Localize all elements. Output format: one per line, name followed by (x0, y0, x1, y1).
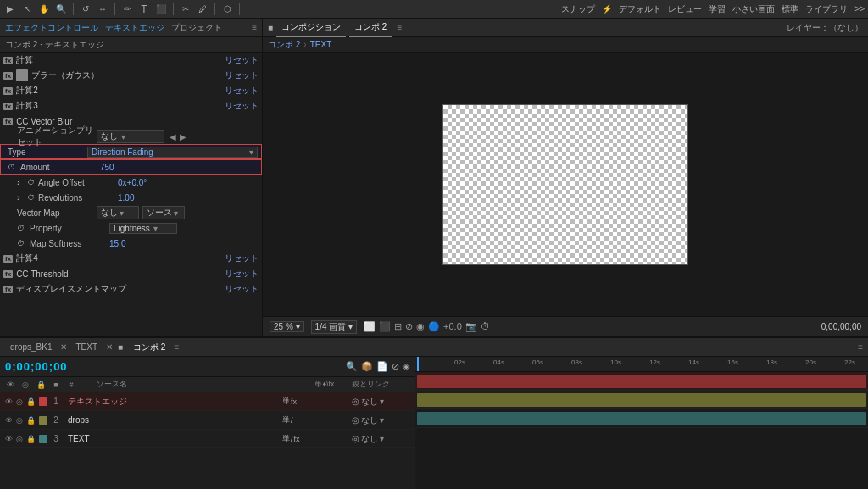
angle-expand[interactable]: › (17, 177, 24, 187)
layer2-eye-icon[interactable]: 👁 (3, 416, 14, 425)
text-tool-icon[interactable]: T (137, 3, 151, 16)
tab-text[interactable]: TEXT (70, 338, 103, 357)
puppet-tool-icon[interactable]: ⬡ (220, 3, 234, 16)
playhead-indicator[interactable] (417, 357, 419, 371)
breadcrumb-compo2[interactable]: コンポ 2 (268, 39, 300, 51)
property-stopwatch-icon[interactable]: ⏱ (17, 224, 25, 232)
tl-motion-icon[interactable]: ◈ (403, 361, 409, 372)
effect-reset-keisan[interactable]: リセット (225, 54, 259, 66)
angle-stopwatch-icon[interactable]: ⏱ (27, 178, 35, 186)
anim-preset-dropdown[interactable]: なし ▾ (97, 130, 164, 143)
zoom-tool-icon[interactable]: 🔍 (54, 3, 68, 16)
paint-tool-icon[interactable]: 🖊 (196, 3, 209, 16)
zoom-dropdown[interactable]: 25 % ▾ (270, 321, 304, 332)
effect-row-keisan4[interactable]: fx 計算4 リセット (0, 251, 262, 266)
effect-row-displacement[interactable]: fx ディスプレイスメントマップ リセット (0, 281, 262, 297)
effect-reset-keisan2[interactable]: リセット (225, 85, 259, 97)
effect-reset-blur[interactable]: リセット (225, 69, 259, 81)
toggle-transparency-icon[interactable]: ⬜ (364, 321, 376, 332)
layer3-eye-icon[interactable]: 👁 (3, 435, 14, 443)
toolbar-more[interactable]: ⚡ (602, 4, 612, 14)
tab-text-edge[interactable]: テキストエッジ (105, 22, 164, 34)
layer1-solo-icon[interactable]: ◎ (14, 397, 25, 406)
rotate-tool-icon[interactable]: ↺ (79, 3, 92, 16)
mask-icon[interactable]: ◉ (416, 321, 425, 332)
shape-tool-icon[interactable]: ⬛ (154, 3, 168, 16)
layer3-parent-chevron[interactable]: ▾ (380, 434, 384, 443)
workspace-default[interactable]: デフォルト (619, 3, 661, 15)
arrow-tool-icon[interactable]: ▶ (3, 3, 17, 16)
camera-tool-icon[interactable]: ↔ (96, 3, 109, 16)
revolutions-expand[interactable]: › (17, 192, 24, 203)
grid-icon[interactable]: ⊞ (394, 321, 402, 332)
layer3-name[interactable]: TEXT (64, 434, 281, 443)
tab-drops[interactable]: drops_BK1 (5, 338, 57, 357)
panel-expand-icon[interactable]: ≡ (252, 23, 257, 32)
anim-prev-icon[interactable]: ◀ (170, 132, 176, 142)
tab-drops-close[interactable]: ✕ (60, 342, 67, 352)
comp-menu-icon[interactable]: ≡ (397, 23, 402, 32)
layer1-fx-icon[interactable]: fx (291, 397, 297, 406)
workspace-small[interactable]: 小さい画面 (732, 3, 775, 15)
tab-text-close[interactable]: ✕ (106, 342, 113, 352)
workspace-more[interactable]: >> (854, 4, 865, 14)
layer3-lock-icon[interactable]: 🔒 (25, 435, 36, 443)
quality-dropdown[interactable]: 1/4 画質 ▾ (311, 320, 357, 334)
layer3-switch1[interactable]: 単 (282, 433, 290, 444)
effect-row-keisan2[interactable]: fx 計算2 リセット (0, 83, 262, 98)
amount-stopwatch-icon[interactable]: ⏱ (8, 163, 15, 171)
hand-tool-icon[interactable]: ✋ (37, 3, 51, 16)
type-dropdown[interactable]: Direction Fading ▾ (87, 147, 258, 158)
workspace-review[interactable]: レビュー (668, 3, 702, 15)
effect-row-blur[interactable]: fx ブラー（ガウス） リセット (0, 68, 262, 83)
amount-value[interactable]: 750 (100, 163, 114, 172)
layer1-eye-icon[interactable]: 👁 (3, 397, 14, 406)
tl-graph-icon[interactable]: ⊘ (392, 361, 399, 372)
clone-tool-icon[interactable]: ✂ (179, 3, 192, 16)
breadcrumb-text[interactable]: TEXT (310, 40, 332, 49)
tab-composition[interactable]: コンポジション (276, 19, 346, 37)
tab-comp2-menu[interactable]: ≡ (174, 342, 179, 352)
effect-reset-cc-threshold[interactable]: リセット (225, 268, 259, 280)
layer2-lock-icon[interactable]: 🔒 (25, 416, 36, 425)
layer1-name[interactable]: テキストエッジ (64, 396, 281, 408)
tab-effect-controls[interactable]: エフェクトコントロール (5, 22, 98, 34)
effect-reset-keisan3[interactable]: リセット (225, 100, 259, 112)
tl-comp-icon[interactable]: 📦 (361, 361, 373, 372)
exposure-value[interactable]: +0.0 (443, 321, 462, 332)
angle-value[interactable]: 0x+0.0° (118, 178, 147, 187)
layer2-solo-icon[interactable]: ◎ (14, 416, 25, 425)
tab-project[interactable]: プロジェクト (171, 22, 222, 34)
time-ruler[interactable]: 02s 04s 06s 08s 10s 12s 14s 16s 18s 20s … (415, 357, 868, 372)
effect-reset-keisan4[interactable]: リセット (225, 253, 259, 264)
tab-compo2[interactable]: コンポ 2 (349, 19, 392, 37)
revolutions-value[interactable]: 1.00 (118, 193, 134, 203)
tab-comp2[interactable]: コンポ 2 (128, 338, 170, 357)
property-dropdown[interactable]: Lightness ▾ (109, 223, 177, 234)
vector-map-dropdown2[interactable]: ソース ▾ (142, 206, 185, 219)
vector-map-dropdown1[interactable]: なし ▾ (97, 206, 139, 219)
show-channel-icon[interactable]: ⏱ (481, 321, 490, 332)
anim-next-icon[interactable]: ▶ (180, 132, 186, 142)
effect-reset-displacement[interactable]: リセット (225, 283, 259, 295)
layer2-switch1[interactable]: 単 (282, 414, 290, 425)
pen-tool-icon[interactable]: ✏ (120, 3, 134, 16)
guides-icon[interactable]: ⊘ (405, 321, 413, 332)
region-interest-icon[interactable]: ⬛ (379, 321, 391, 332)
revolutions-stopwatch-icon[interactable]: ⏱ (27, 193, 35, 202)
layer2-name[interactable]: drops (64, 415, 281, 425)
layer1-lock-icon[interactable]: 🔒 (25, 397, 36, 406)
map-softness-stopwatch-icon[interactable]: ⏱ (17, 239, 25, 247)
workspace-library[interactable]: ライブラリ (805, 3, 848, 15)
select-tool-icon[interactable]: ↖ (20, 3, 34, 16)
effect-row-cc-threshold[interactable]: fx CC Threshold リセット (0, 266, 262, 281)
workspace-standard[interactable]: 標準 (782, 3, 798, 15)
map-softness-value[interactable]: 15.0 (109, 239, 125, 248)
effect-row-keisan[interactable]: fx 計算 リセット (0, 53, 262, 68)
layer1-switch1[interactable]: 単 (282, 396, 290, 407)
snap-button[interactable]: スナップ (561, 3, 595, 15)
color-balance-icon[interactable]: 🔵 (428, 321, 440, 332)
layer1-parent-chevron[interactable]: ▾ (380, 397, 384, 406)
workspace-learn[interactable]: 学習 (709, 3, 726, 15)
layer3-solo-icon[interactable]: ◎ (14, 435, 25, 443)
